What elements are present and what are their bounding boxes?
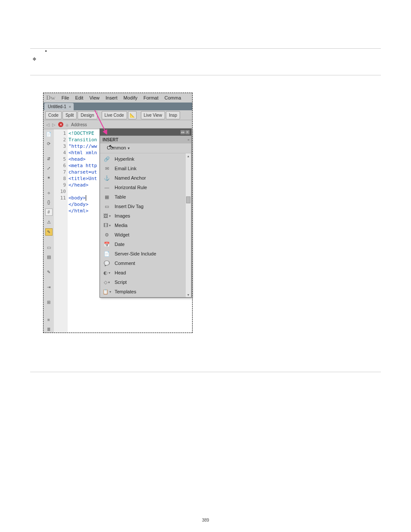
comment-icon: 💬	[103, 260, 110, 267]
collapse-icon[interactable]: ◂◂	[181, 130, 185, 134]
menu-file[interactable]: File	[62, 95, 69, 100]
insert-ssi[interactable]: 📄Server-Side Include	[100, 249, 191, 258]
page-number: 389	[202, 518, 209, 523]
address-bar: ◁ ▷ ✕ ⌂ Address	[44, 120, 192, 129]
line-gutter: 1 2 3 4 5 6 7 8 9 10 11	[54, 129, 68, 333]
menu-view[interactable]: View	[89, 95, 100, 100]
scroll-down-icon[interactable]: ▾	[186, 292, 191, 297]
panel-titlebar[interactable]: ◂◂ ✕	[100, 129, 191, 136]
format-icon[interactable]: ⊞	[46, 299, 52, 305]
insert-comment[interactable]: 💬Comment	[100, 258, 191, 268]
expand-icon[interactable]: ⤢	[46, 165, 52, 171]
widget-icon: ⚙	[103, 231, 110, 238]
insert-named-anchor[interactable]: ⚓Named Anchor	[100, 173, 191, 183]
hyperlink-icon: 🔗	[103, 156, 110, 162]
stop-icon[interactable]: ✕	[58, 122, 63, 127]
app-logo: Dw	[46, 94, 56, 102]
insert-media[interactable]: 🎞Media	[100, 221, 191, 230]
live-view-button[interactable]: Live View	[141, 111, 165, 119]
insert-widget[interactable]: ⚙Widget	[100, 230, 191, 240]
date-icon: 📅	[103, 241, 110, 248]
divider	[30, 372, 381, 372]
diamond-bullet-icon: ❖	[32, 56, 37, 62]
outdent-icon[interactable]: ≡	[46, 317, 52, 323]
move-css-icon[interactable]: ✎	[46, 269, 52, 275]
close-icon[interactable]: ✕	[185, 130, 190, 134]
forward-icon[interactable]: ▷	[52, 122, 56, 127]
ssi-icon: 📄	[103, 250, 110, 257]
menubar: Dw File Edit View Insert Modify Format C…	[44, 93, 192, 103]
section-heading: ❖	[32, 56, 381, 62]
collapse-full-icon[interactable]: ≣	[46, 326, 52, 333]
recent-snippets-icon[interactable]: ▤	[46, 254, 52, 260]
menu-insert[interactable]: Insert	[106, 95, 118, 100]
view-toolbar: Code Split Design Live Code 📐 Live View …	[44, 110, 192, 120]
insert-table[interactable]: ▦Table	[100, 192, 191, 202]
address-label: Address	[71, 122, 87, 127]
panel-title[interactable]: INSERT ▪▪▪	[100, 136, 191, 143]
code-toolbar-left: 📄 ⟳ ⇵ ⤢ ✶ ⟡ {} # ⚠ ✎ ▭ ▤ ✎ ⇥ ⊞	[44, 129, 54, 333]
inspect-icon[interactable]: 📐	[128, 111, 137, 119]
close-icon[interactable]: ×	[69, 105, 71, 109]
insert-hyperlink[interactable]: 🔗Hyperlink	[100, 154, 191, 164]
divider	[30, 75, 381, 75]
highlight-invalid-icon[interactable]: #	[45, 208, 53, 216]
insert-panel: ◂◂ ✕ INSERT ▪▪▪ Common 🔗Hyperlink ✉Email…	[100, 128, 192, 298]
insert-images[interactable]: 🖼Images	[100, 211, 191, 221]
design-button[interactable]: Design	[78, 111, 97, 119]
scroll-thumb[interactable]	[186, 196, 190, 203]
div-icon: ▭	[103, 203, 110, 210]
scroll-up-icon[interactable]: ▴	[186, 153, 191, 159]
line-numbers-icon[interactable]: {}	[46, 199, 52, 205]
panel-menu-icon[interactable]: ▪▪▪	[187, 138, 189, 142]
syntax-error-icon[interactable]: ⚠	[46, 219, 52, 225]
media-icon: 🎞	[103, 222, 110, 229]
balance-braces-icon[interactable]: ⟡	[46, 190, 52, 196]
email-icon: ✉	[103, 165, 110, 172]
templates-icon: 📋	[103, 288, 110, 295]
document-tab-label: Untitled-1	[48, 104, 66, 109]
document-tabstrip: Untitled-1 ×	[44, 103, 192, 110]
insert-email-link[interactable]: ✉Email Link	[100, 164, 191, 173]
insert-div-tag[interactable]: ▭Insert Div Tag	[100, 202, 191, 211]
rule-icon: —	[103, 184, 110, 191]
home-icon[interactable]: ⌂	[66, 122, 68, 127]
menu-edit[interactable]: Edit	[75, 95, 83, 100]
insert-script[interactable]: ◇Script	[100, 277, 191, 287]
table-icon: ▦	[103, 193, 110, 200]
select-parent-icon[interactable]: ✶	[46, 174, 52, 181]
apply-comment-icon[interactable]: ✎	[45, 228, 53, 236]
insert-templates[interactable]: 📋Templates	[100, 287, 191, 296]
indent-icon[interactable]: ⇥	[46, 284, 52, 290]
menu-format[interactable]: Format	[143, 95, 159, 100]
images-icon: 🖼	[103, 212, 110, 219]
insert-head[interactable]: ◐Head	[100, 268, 191, 277]
anchor-icon: ⚓	[103, 174, 110, 181]
screenshot-dreamweaver: ↖ Dw File Edit View Insert Modify Format…	[43, 93, 193, 333]
wrap-tag-icon[interactable]: ▭	[46, 244, 52, 251]
back-icon[interactable]: ◁	[46, 122, 50, 127]
insert-horizontal-rule[interactable]: —Horizontal Rule	[100, 183, 191, 192]
inspect-button[interactable]: Insp	[166, 111, 180, 119]
insert-list: 🔗Hyperlink ✉Email Link ⚓Named Anchor —Ho…	[100, 153, 191, 297]
menu-commands[interactable]: Comma	[165, 95, 181, 100]
new-doc-icon[interactable]: 📄	[46, 131, 52, 137]
document-tab[interactable]: Untitled-1 ×	[44, 103, 74, 110]
script-icon: ◇	[103, 279, 110, 286]
menu-modify[interactable]: Modify	[124, 95, 137, 100]
code-button[interactable]: Code	[45, 111, 62, 119]
divider	[30, 48, 381, 49]
insert-date[interactable]: 📅Date	[100, 240, 191, 249]
head-icon: ◐	[103, 269, 110, 276]
refresh-icon[interactable]: ⟳	[46, 140, 52, 147]
split-button[interactable]: Split	[62, 111, 77, 119]
live-code-button[interactable]: Live Code	[102, 111, 127, 119]
scrollbar[interactable]: ▴ ▾	[185, 153, 191, 297]
collapse-icon[interactable]: ⇵	[46, 156, 52, 162]
